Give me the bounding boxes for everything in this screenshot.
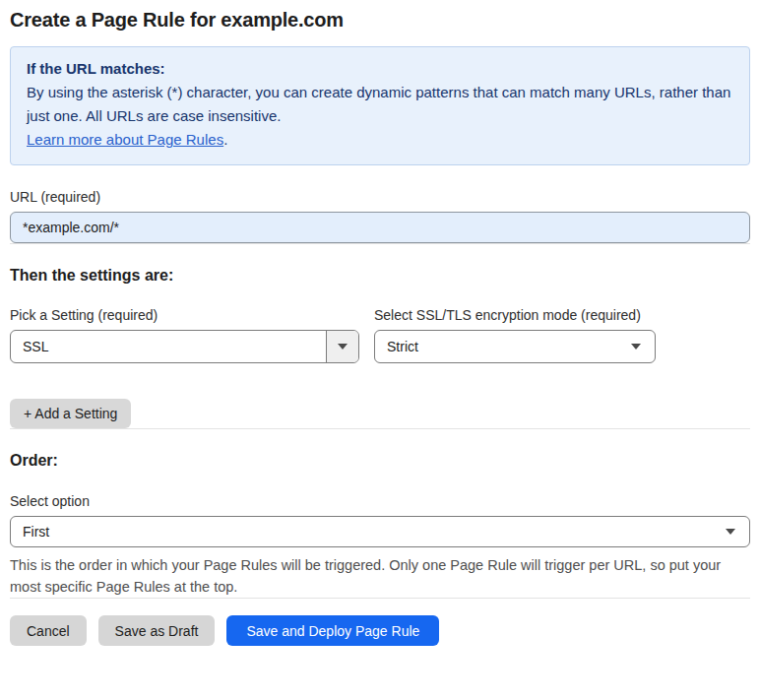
info-box-link-line: Learn more about Page Rules. — [27, 128, 733, 152]
settings-section-heading: Then the settings are: — [10, 244, 750, 285]
divider — [10, 598, 750, 599]
chevron-down-icon — [631, 344, 641, 350]
ssl-mode-select[interactable]: Strict — [374, 330, 656, 363]
url-field-label: URL (required) — [10, 189, 750, 205]
setting-picker-column: Pick a Setting (required) SSL — [10, 307, 359, 363]
ssl-mode-value: Strict — [375, 339, 631, 354]
info-box-body: By using the asterisk (*) character, you… — [27, 81, 733, 128]
order-select-label: Select option — [10, 493, 750, 509]
ssl-mode-column: Select SSL/TLS encryption mode (required… — [374, 307, 656, 363]
cancel-button[interactable]: Cancel — [10, 615, 87, 646]
order-help-text: This is the order in which your Page Rul… — [10, 554, 750, 598]
add-setting-button[interactable]: + Add a Setting — [10, 399, 131, 428]
order-section-heading: Order: — [10, 429, 750, 470]
footer-actions: Cancel Save as Draft Save and Deploy Pag… — [10, 615, 750, 646]
setting-picker-label: Pick a Setting (required) — [10, 307, 359, 323]
save-and-deploy-button[interactable]: Save and Deploy Page Rule — [226, 615, 439, 646]
info-box-heading: If the URL matches: — [27, 57, 733, 81]
link-period: . — [223, 131, 227, 148]
ssl-mode-label: Select SSL/TLS encryption mode (required… — [374, 307, 656, 323]
chevron-down-icon — [726, 529, 735, 535]
save-as-draft-button[interactable]: Save as Draft — [98, 615, 216, 646]
settings-row: Pick a Setting (required) SSL Select SSL… — [10, 307, 750, 363]
learn-more-link[interactable]: Learn more about Page Rules — [27, 131, 223, 148]
setting-picker-dropdown-button[interactable] — [326, 331, 358, 362]
setting-picker-select[interactable]: SSL — [10, 330, 359, 363]
url-match-info-box: If the URL matches: By using the asteris… — [10, 46, 750, 165]
url-input[interactable] — [10, 212, 750, 243]
page-title: Create a Page Rule for example.com — [10, 0, 750, 32]
order-select[interactable]: First — [10, 516, 750, 547]
chevron-down-icon — [338, 344, 348, 350]
order-select-value: First — [11, 524, 726, 540]
create-page-rule-panel: Create a Page Rule for example.com If th… — [0, 0, 760, 700]
order-caret-wrap — [726, 529, 749, 535]
setting-picker-value: SSL — [11, 339, 326, 354]
ssl-mode-caret-wrap — [631, 344, 655, 350]
